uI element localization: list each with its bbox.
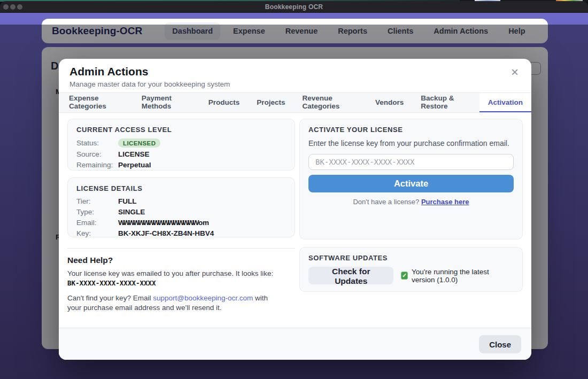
modal-subtitle: Manage master data for your bookkeeping … <box>69 80 521 88</box>
tab-backup-restore[interactable]: Backup & Restore <box>412 93 479 112</box>
tab-payment-methods[interactable]: Payment Methods <box>133 93 200 112</box>
type-label: Type: <box>76 208 118 216</box>
section-heading: ACTIVATE YOUR LICENSE <box>308 126 514 134</box>
tab-projects[interactable]: Projects <box>248 93 293 112</box>
no-license-row: Don't have a license? Purchase here <box>308 198 514 206</box>
email-label: Email: <box>76 219 118 227</box>
checkmark-icon: ✓ <box>401 272 408 280</box>
modal-title: Admin Actions <box>69 65 521 78</box>
status-badge: LICENSED <box>118 138 160 148</box>
key-label: Key: <box>76 229 118 237</box>
purchase-here-link[interactable]: Purchase here <box>421 198 469 206</box>
tier-value: FULL <box>118 197 137 205</box>
need-help-text: Your license key was emailed to you afte… <box>67 269 295 279</box>
section-heading: SOFTWARE UPDATES <box>308 254 514 262</box>
key-format-example: BK-XXXX-XXXX-XXXX-XXXX <box>67 279 295 287</box>
need-help-contact: Can't find your key? Email support@bookk… <box>67 293 281 313</box>
status-label: Status: <box>76 139 118 147</box>
admin-actions-modal: Admin Actions Manage master data for you… <box>59 59 531 360</box>
source-value: LICENSE <box>118 150 150 158</box>
contact-prefix: Can't find your key? Email <box>67 294 153 302</box>
modal-header: Admin Actions Manage master data for you… <box>59 59 531 93</box>
source-label: Source: <box>76 150 118 158</box>
no-license-text: Don't have a license? <box>353 198 421 206</box>
license-key-input[interactable] <box>308 154 514 170</box>
tab-activation[interactable]: Activation <box>479 93 531 112</box>
tier-label: Tier: <box>76 197 118 205</box>
remaining-value: Perpetual <box>118 161 151 169</box>
close-icon[interactable]: × <box>511 66 519 78</box>
app-content: Bookkeeping-OCR Dashboard Expense Revenu… <box>0 13 588 379</box>
activate-license-card: ACTIVATE YOUR LICENSE Enter the license … <box>299 119 523 239</box>
update-status-text: You're running the latest version (1.0.0… <box>412 268 514 284</box>
screen: Bookkeeping OCR Bookkeeping-OCR Dashboar… <box>0 0 588 379</box>
type-value: SINGLE <box>118 208 145 216</box>
check-for-updates-button[interactable]: Check for Updates <box>308 267 393 284</box>
close-button[interactable]: Close <box>479 335 521 353</box>
window-title: Bookkeeping OCR <box>0 3 588 11</box>
tab-vendors[interactable]: Vendors <box>367 93 412 112</box>
modal-footer: Close <box>59 328 531 360</box>
window-titlebar: Bookkeeping OCR <box>0 1 588 13</box>
section-heading: LICENSE DETAILS <box>76 184 286 192</box>
remaining-label: Remaining: <box>76 161 118 169</box>
software-updates-card: SOFTWARE UPDATES Check for Updates ✓ You… <box>299 247 523 292</box>
need-help-heading: Need Help? <box>67 256 295 265</box>
current-access-level-card: CURRENT ACCESS LEVEL Status: LICENSED So… <box>67 119 295 171</box>
tab-revenue-categories[interactable]: Revenue Categories <box>294 93 367 112</box>
section-heading: CURRENT ACCESS LEVEL <box>76 126 286 134</box>
divider <box>67 248 295 249</box>
app-window: Bookkeeping OCR Bookkeeping-OCR Dashboar… <box>0 1 588 379</box>
modal-tabs: Expense Categories Payment Methods Produ… <box>59 93 531 113</box>
support-email-link[interactable]: support@bookkeeping-ocr.com <box>153 294 253 302</box>
tab-products[interactable]: Products <box>200 93 249 112</box>
email-redacted: WWWWWWWWWWWWWWWW <box>118 219 197 227</box>
email-redacted-tail: om <box>198 219 209 227</box>
license-details-card: LICENSE DETAILS Tier: FULL Type: SINGLE … <box>67 177 295 237</box>
activation-panel: CURRENT ACCESS LEVEL Status: LICENSED So… <box>59 113 531 328</box>
tab-expense-categories[interactable]: Expense Categories <box>60 93 133 112</box>
activate-button[interactable]: Activate <box>308 175 514 192</box>
license-key-value: BK-XKJF-CH8X-ZB4N-HBV4 <box>118 229 214 237</box>
activate-description: Enter the license key from your purchase… <box>308 139 514 148</box>
